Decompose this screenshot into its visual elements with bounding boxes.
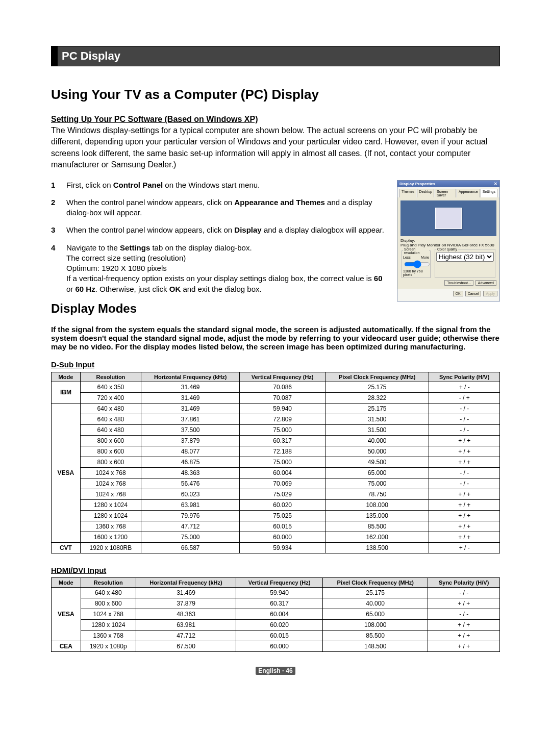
tab-themes[interactable]: Themes <box>399 189 416 197</box>
mode-cell: VESA <box>52 587 81 641</box>
apply-button[interactable]: Apply <box>483 291 497 296</box>
tab-appearance[interactable]: Appearance <box>457 189 480 197</box>
table-row: VESA640 x 48031.46959.94025.175- / - <box>52 403 500 414</box>
setting-heading: Setting Up Your PC Software (Based on Wi… <box>51 115 500 124</box>
page-footer: English - 46 <box>51 667 500 674</box>
section-header-text: PC Display <box>58 46 499 66</box>
modes-intro: If the signal from the system equals the… <box>51 325 500 351</box>
display-properties-dialog: Display Properties ✕ Themes Desktop Scre… <box>397 180 500 301</box>
table-row: 1024 x 76856.47670.06975.000- / - <box>52 478 500 489</box>
col-resolution: Resolution <box>81 577 136 587</box>
table-row: 1024 x 76860.02375.02978.750+ / + <box>52 489 500 499</box>
table-row: 1280 x 102463.98160.020108.000+ / + <box>52 619 500 630</box>
monitor-preview <box>400 200 496 236</box>
close-icon[interactable]: ✕ <box>494 182 497 186</box>
dialog-title: Display Properties <box>399 182 435 186</box>
table-row: 640 x 48037.50075.00031.500- / - <box>52 424 500 435</box>
col-pclk: Pixel Clock Frequency (MHz) <box>323 577 428 587</box>
col-vfreq: Vertical Frequency (Hz) <box>236 577 323 587</box>
tab-settings[interactable]: Settings <box>481 189 497 197</box>
steps-list: 1First, click on Control Panel on the Wi… <box>51 180 385 301</box>
section-header: PC Display <box>51 46 500 66</box>
ok-button[interactable]: OK <box>453 291 463 296</box>
table-row: 1600 x 120075.00060.000162.000+ / + <box>52 532 500 542</box>
table-row: 1024 x 76848.36360.00465.000- / - <box>52 467 500 478</box>
col-mode: Mode <box>52 577 81 587</box>
hdmi-table: ModeResolutionHorizontal Frequency (kHz)… <box>51 577 500 652</box>
resolution-slider[interactable] <box>404 260 430 268</box>
table-row: 1024 x 76848.36360.00465.000- / - <box>52 609 500 619</box>
table-row: 800 x 60037.87960.31740.000+ / + <box>52 598 500 609</box>
table-row: 1360 x 76847.71260.01585.500+ / + <box>52 521 500 532</box>
intro-paragraph: The Windows display-settings for a typic… <box>51 125 500 171</box>
mode-cell: CEA <box>52 641 81 651</box>
page-title: Using Your TV as a Computer (PC) Display <box>51 87 500 103</box>
table-row: 720 x 40031.46970.08728.322- / + <box>52 392 500 403</box>
color-quality-select[interactable]: Highest (32 bit) <box>436 252 494 262</box>
table-row: CEA1920 x 1080p67.50060.000148.500+ / + <box>52 641 500 651</box>
modes-heading: Display Modes <box>51 301 500 316</box>
col-vfreq: Vertical Frequency (Hz) <box>240 372 325 382</box>
table-row: 1360 x 76847.71260.01585.500+ / + <box>52 630 500 641</box>
table-row: IBM640 x 35031.46970.08625.175+ / - <box>52 382 500 392</box>
table-row: 800 x 60046.87575.00049.500+ / + <box>52 457 500 467</box>
display-label: Display: <box>400 238 496 243</box>
table-row: 1280 x 102463.98160.020108.000+ / + <box>52 499 500 510</box>
col-resolution: Resolution <box>80 372 141 382</box>
mode-cell: IBM <box>52 382 81 403</box>
table-row: 1280 x 102479.97675.025135.000+ / + <box>52 510 500 521</box>
troubleshoot-button[interactable]: Troubleshoot... <box>444 280 473 286</box>
table-row: CVT1920 x 1080RB66.58759.934138.500+ / - <box>52 542 500 553</box>
hdmi-heading: HDMI/DVI Input <box>51 566 500 574</box>
col-hfreq: Horizontal Frequency (kHz) <box>136 577 236 587</box>
col-pclk: Pixel Clock Frequency (MHz) <box>325 372 429 382</box>
tab-screensaver[interactable]: Screen Saver <box>435 189 456 197</box>
col-sync: Sync Polarity (H/V) <box>429 372 500 382</box>
table-row: 800 x 60037.87960.31740.000+ / + <box>52 435 500 446</box>
dsub-table: ModeResolutionHorizontal Frequency (kHz)… <box>51 372 500 553</box>
cancel-button[interactable]: Cancel <box>465 291 482 296</box>
table-row: VESA640 x 48031.46959.94025.175- / - <box>52 587 500 598</box>
col-hfreq: Horizontal Frequency (kHz) <box>141 372 240 382</box>
table-row: 800 x 60048.07772.18850.000+ / + <box>52 446 500 457</box>
col-mode: Mode <box>52 372 81 382</box>
advanced-button[interactable]: Advanced <box>475 280 496 286</box>
table-row: 640 x 48037.86172.80931.500- / - <box>52 414 500 424</box>
dsub-heading: D-Sub Input <box>51 360 500 369</box>
mode-cell: CVT <box>52 542 81 553</box>
mode-cell: VESA <box>52 403 81 542</box>
col-sync: Sync Polarity (H/V) <box>428 577 500 587</box>
display-value: Plug and Play Monitor on NVIDIA GeForce … <box>400 243 496 247</box>
tab-desktop[interactable]: Desktop <box>417 189 434 197</box>
